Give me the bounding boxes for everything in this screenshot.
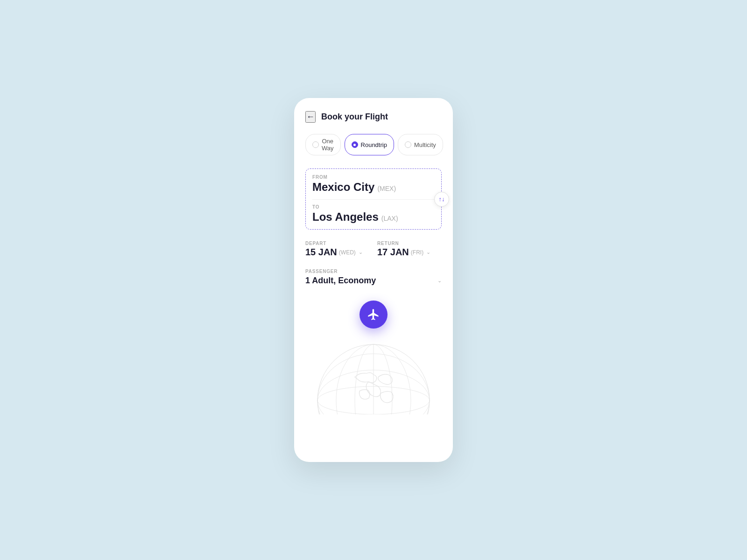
return-label: RETURN	[377, 241, 442, 246]
return-weekday: (FRI)	[411, 249, 423, 256]
from-city: Mexico City	[312, 181, 374, 194]
depart-field[interactable]: DEPART 15 JAN (WED) ⌄	[305, 241, 370, 258]
to-city: Los Angeles	[312, 210, 379, 224]
dates-section: DEPART 15 JAN (WED) ⌄ RETURN 17 JAN (FRI…	[305, 241, 442, 258]
to-field[interactable]: TO Los Angeles (LAX)	[312, 204, 435, 224]
globe-background	[294, 340, 453, 414]
roundtrip-button[interactable]: Roundtrip	[345, 134, 394, 155]
passenger-section[interactable]: PASSENGER 1 Adult, Economy ⌄	[305, 269, 442, 286]
phone-card: ← Book your Flight One Way Roundtrip Mul…	[294, 98, 453, 462]
return-value-row: 17 JAN (FRI) ⌄	[377, 247, 442, 258]
header: ← Book your Flight	[305, 111, 442, 123]
depart-value-row: 15 JAN (WED) ⌄	[305, 247, 370, 258]
multicity-label: Multicity	[414, 141, 436, 148]
airplane-icon	[367, 308, 380, 321]
roundtrip-radio	[352, 141, 358, 148]
swap-button[interactable]: ↑↓	[434, 192, 449, 207]
depart-day: 15 JAN	[305, 247, 337, 258]
return-field[interactable]: RETURN 17 JAN (FRI) ⌄	[377, 241, 442, 258]
passenger-value: 1 Adult, Economy	[305, 276, 376, 286]
back-button[interactable]: ←	[305, 111, 316, 123]
trip-type-selector: One Way Roundtrip Multicity	[305, 134, 442, 155]
return-day: 17 JAN	[377, 247, 409, 258]
page-title: Book your Flight	[321, 112, 388, 122]
from-code: (MEX)	[377, 185, 396, 192]
from-field[interactable]: FROM Mexico City (MEX)	[312, 175, 435, 194]
search-flights-button[interactable]	[359, 301, 388, 329]
roundtrip-label: Roundtrip	[361, 141, 387, 148]
one-way-label: One Way	[322, 138, 334, 152]
passenger-chevron-icon: ⌄	[437, 278, 442, 284]
to-code: (LAX)	[381, 215, 398, 222]
to-city-row: Los Angeles (LAX)	[312, 210, 435, 224]
passenger-label: PASSENGER	[305, 269, 442, 274]
to-label: TO	[312, 204, 435, 210]
route-divider	[312, 199, 435, 200]
depart-weekday: (WED)	[339, 249, 356, 256]
depart-label: DEPART	[305, 241, 370, 246]
passenger-value-row: 1 Adult, Economy ⌄	[305, 276, 442, 286]
multicity-button[interactable]: Multicity	[398, 134, 443, 155]
route-box: FROM Mexico City (MEX) TO Los Angeles (L…	[305, 168, 442, 230]
one-way-radio	[312, 141, 319, 148]
globe-icon	[313, 340, 434, 414]
from-city-row: Mexico City (MEX)	[312, 181, 435, 194]
search-button-wrap	[305, 301, 442, 329]
return-chevron-icon: ⌄	[426, 249, 430, 255]
route-section: FROM Mexico City (MEX) TO Los Angeles (L…	[305, 168, 442, 230]
depart-chevron-icon: ⌄	[359, 249, 363, 255]
multicity-radio	[405, 141, 411, 148]
one-way-button[interactable]: One Way	[305, 134, 341, 155]
from-label: FROM	[312, 175, 435, 180]
